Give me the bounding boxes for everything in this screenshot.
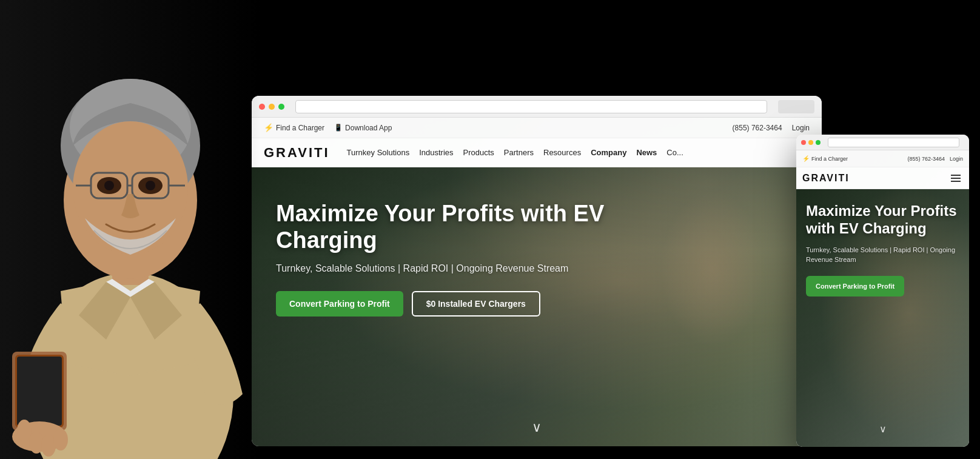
nav-item-industries[interactable]: Industries <box>419 148 453 157</box>
browser-dot-green <box>278 104 284 110</box>
nav-item-co[interactable]: Co... <box>666 148 683 157</box>
top-bar-right: (855) 762-3464 Login <box>733 124 810 132</box>
mobile-lightning-icon: ⚡ <box>802 155 810 162</box>
svg-point-22 <box>53 429 68 451</box>
hamburger-line-1 <box>951 175 961 176</box>
lightning-icon: ⚡ <box>264 123 274 132</box>
find-charger-link[interactable]: ⚡ Find a Charger <box>264 123 324 132</box>
convert-parking-button[interactable]: Convert Parking to Profit <box>276 291 403 317</box>
nav-item-resources[interactable]: Resources <box>543 148 581 157</box>
svg-point-14 <box>146 181 155 190</box>
mobile-nav-logo[interactable]: GRAVITI <box>802 173 850 184</box>
nav-items: Turnkey Solutions Industries Products Pa… <box>347 148 810 157</box>
mobile-phone-number: (855) 762-3464 <box>907 156 945 162</box>
mobile-convert-parking-button[interactable]: Convert Parking to Profit <box>806 276 904 297</box>
svg-point-20 <box>29 432 44 454</box>
nav-item-products[interactable]: Products <box>463 148 494 157</box>
mobile-find-charger-label: Find a Charger <box>811 156 848 162</box>
mobile-dot-red <box>801 140 806 145</box>
main-nav: GRAVITI Turnkey Solutions Industries Pro… <box>252 138 822 167</box>
hero-title: Maximize Your Profits with EV Charging <box>276 201 652 253</box>
download-app-link[interactable]: 📱 Download App <box>334 124 392 132</box>
svg-rect-17 <box>17 357 62 426</box>
nav-item-news[interactable]: News <box>636 148 657 157</box>
mobile-scroll-indicator: ∨ <box>879 423 887 435</box>
mobile-find-charger[interactable]: ⚡ Find a Charger <box>802 155 902 162</box>
top-utility-bar: ⚡ Find a Charger 📱 Download App (855) 76… <box>252 118 822 138</box>
hero-subtitle: Turnkey, Scalable Solutions | Rapid ROI … <box>276 263 797 274</box>
mobile-top-utility-bar: ⚡ Find a Charger (855) 762-3464 Login <box>796 150 969 167</box>
scroll-indicator: ∨ <box>532 420 542 435</box>
mobile-dot-green <box>816 140 821 145</box>
hamburger-line-2 <box>951 178 961 179</box>
website-content: ⚡ Find a Charger 📱 Download App (855) 76… <box>252 118 822 446</box>
phone-number: (855) 762-3464 <box>733 124 782 132</box>
nav-item-company[interactable]: Company <box>591 148 626 157</box>
hamburger-menu-button[interactable] <box>948 172 963 184</box>
ev-chargers-button[interactable]: $0 Installed EV Chargers <box>412 291 540 317</box>
mobile-website-content: ⚡ Find a Charger (855) 762-3464 Login GR… <box>796 150 969 447</box>
download-app-label: Download App <box>345 124 392 132</box>
person-container <box>0 0 261 459</box>
mobile-nav: GRAVITI <box>796 167 969 189</box>
mobile-hero-title: Maximize Your Profits with EV Charging <box>806 203 959 238</box>
svg-point-12 <box>104 181 114 190</box>
svg-point-19 <box>17 420 32 441</box>
browser-dot-yellow <box>269 104 275 110</box>
browser-url-bar <box>295 100 767 113</box>
browser-mobile: ⚡ Find a Charger (855) 762-3464 Login GR… <box>796 135 969 447</box>
hero-section: Maximize Your Profits with EV Charging T… <box>252 167 822 335</box>
hamburger-line-3 <box>951 181 961 182</box>
mobile-hero-section: Maximize Your Profits with EV Charging T… <box>796 189 969 309</box>
nav-item-partners[interactable]: Partners <box>504 148 534 157</box>
browser-main: ⚡ Find a Charger 📱 Download App (855) 76… <box>252 96 822 446</box>
mobile-dot-yellow <box>808 140 813 145</box>
mobile-hero-subtitle: Turnkey, Scalable Solutions | Rapid ROI … <box>806 245 959 265</box>
top-bar-left: ⚡ Find a Charger 📱 Download App <box>264 123 720 132</box>
phone-icon: 📱 <box>334 124 343 132</box>
login-link[interactable]: Login <box>792 124 810 132</box>
browser-chrome <box>252 96 822 118</box>
mobile-browser-chrome <box>796 135 969 150</box>
nav-item-turnkey[interactable]: Turnkey Solutions <box>347 148 410 157</box>
mobile-login-link[interactable]: Login <box>950 156 963 162</box>
hero-buttons: Convert Parking to Profit $0 Installed E… <box>276 291 797 317</box>
find-charger-label: Find a Charger <box>276 124 324 132</box>
nav-logo[interactable]: GRAVITI <box>264 145 330 161</box>
person-svg <box>0 0 261 459</box>
